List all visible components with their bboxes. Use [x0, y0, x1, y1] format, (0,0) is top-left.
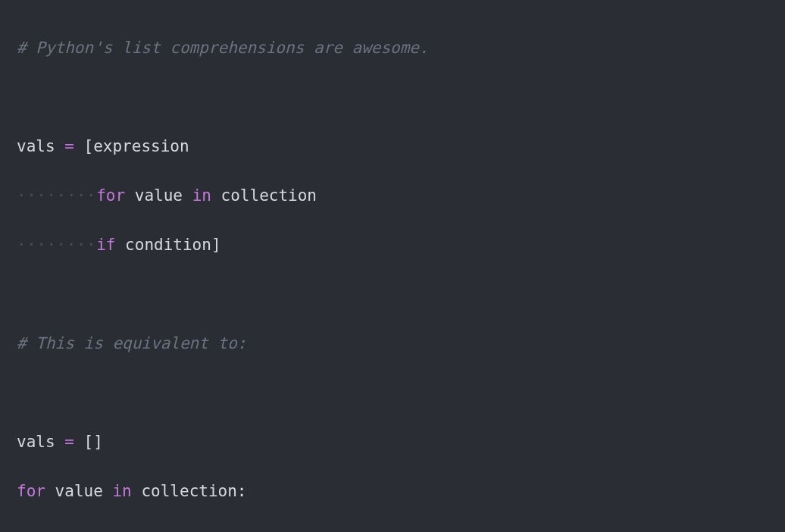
- code-line: for value in collection:: [17, 479, 768, 504]
- code-line: vals = []: [17, 430, 768, 455]
- space: [115, 236, 125, 254]
- whitespace-dots: ········: [17, 236, 96, 254]
- identifier: value: [55, 482, 103, 500]
- comment-text: # This is equivalent to:: [17, 334, 246, 352]
- code-editor-view: # Python's list comprehensions are aweso…: [0, 0, 785, 532]
- keyword-in: in: [112, 482, 131, 500]
- code-line: ········if condition]: [17, 233, 768, 258]
- space: [211, 186, 221, 205]
- code-line: ········for value in collection: [17, 183, 768, 208]
- bracket-close: ]: [211, 236, 221, 254]
- empty-list: []: [84, 433, 103, 451]
- code-line: vals = [expression: [17, 134, 768, 159]
- keyword-if: if: [96, 236, 115, 254]
- colon: :: [237, 482, 247, 500]
- operator-assign: =: [55, 433, 84, 451]
- space: [45, 482, 55, 500]
- comment-text: # Python's list comprehensions are aweso…: [17, 39, 429, 57]
- blank-line: [17, 282, 768, 307]
- identifier: collection: [141, 482, 236, 500]
- space: [183, 186, 192, 205]
- identifier: value: [135, 186, 183, 205]
- keyword-for: for: [96, 186, 125, 205]
- keyword-for: for: [17, 482, 45, 500]
- code-line: # This is equivalent to:: [17, 331, 768, 356]
- identifier: vals: [17, 433, 55, 451]
- keyword-in: in: [192, 186, 211, 205]
- space: [103, 482, 113, 500]
- code-line: # Python's list comprehensions are aweso…: [17, 36, 768, 61]
- bracket-open: [: [84, 137, 94, 155]
- identifier: condition: [125, 236, 211, 254]
- whitespace-dots: ········: [17, 186, 96, 205]
- identifier: vals: [17, 137, 55, 155]
- blank-line: [17, 85, 768, 110]
- blank-line: [17, 380, 768, 405]
- identifier: expression: [93, 137, 189, 155]
- space: [132, 482, 142, 500]
- identifier: collection: [221, 186, 317, 205]
- operator-assign: =: [55, 137, 84, 155]
- space: [125, 186, 135, 205]
- code-line: ····if condition:: [17, 528, 768, 532]
